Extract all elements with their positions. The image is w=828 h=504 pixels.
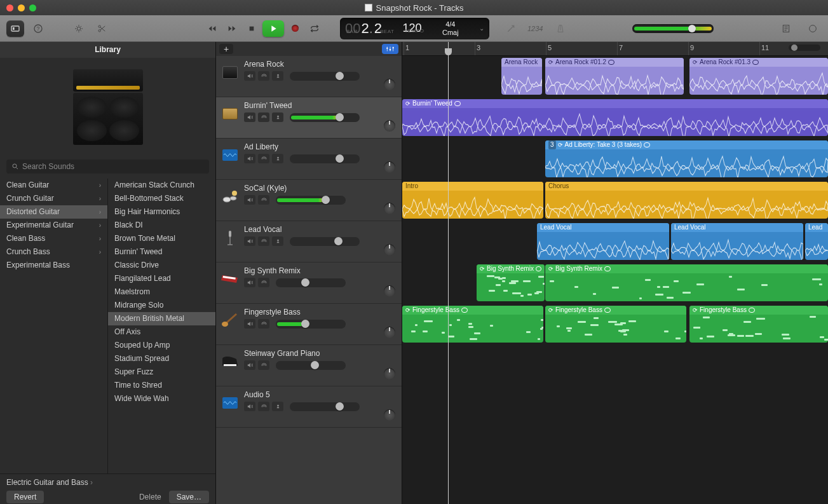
pan-knob[interactable] bbox=[384, 244, 395, 255]
tuner-button[interactable] bbox=[502, 20, 520, 37]
mute-button[interactable] bbox=[244, 360, 255, 370]
count-in[interactable]: 1234 bbox=[527, 25, 543, 32]
help-button[interactable]: ? bbox=[29, 20, 47, 37]
solo-button[interactable] bbox=[258, 319, 269, 329]
volume-slider[interactable] bbox=[290, 72, 360, 81]
library-categories[interactable]: Clean Guitar›Crunch Guitar›Distorted Gui… bbox=[0, 179, 108, 473]
solo-button[interactable] bbox=[258, 402, 269, 411]
solo-button[interactable] bbox=[258, 278, 269, 287]
volume-slider[interactable] bbox=[276, 278, 346, 287]
mute-button[interactable] bbox=[244, 278, 255, 287]
library-toggle[interactable] bbox=[6, 20, 24, 37]
region[interactable]: ⟳ Arena Rock #01.3 bbox=[689, 58, 828, 95]
play-button[interactable] bbox=[262, 20, 284, 37]
patch-item[interactable]: Off Axis bbox=[108, 325, 215, 339]
save-button[interactable]: Save… bbox=[169, 491, 209, 503]
settings-button[interactable] bbox=[70, 20, 88, 37]
patch-item[interactable]: Brown Tone Metal bbox=[108, 232, 215, 245]
library-path[interactable]: Electric Guitar and Bass › bbox=[0, 474, 215, 487]
track-header[interactable]: Steinway Grand Piano bbox=[216, 345, 402, 386]
category-experimental-bass[interactable]: Experimental Bass bbox=[0, 259, 107, 272]
pan-knob[interactable] bbox=[384, 120, 395, 132]
ruler[interactable]: 1357911 bbox=[402, 42, 828, 56]
region[interactable]: Chorus bbox=[545, 182, 828, 219]
close-button[interactable] bbox=[6, 4, 13, 11]
region-row[interactable]: ⟳ Burnin' Tweed bbox=[402, 97, 828, 139]
add-track-button[interactable]: + bbox=[219, 44, 233, 54]
input-button[interactable] bbox=[272, 71, 283, 81]
mute-button[interactable] bbox=[244, 236, 255, 246]
pan-knob[interactable] bbox=[384, 79, 395, 90]
patch-item[interactable]: Time to Shred bbox=[108, 379, 215, 392]
zoom-slider[interactable] bbox=[789, 44, 820, 51]
track-header[interactable]: Ad Liberty bbox=[216, 139, 402, 180]
solo-button[interactable] bbox=[258, 236, 269, 246]
revert-button[interactable]: Revert bbox=[6, 491, 44, 503]
volume-slider[interactable] bbox=[290, 402, 360, 411]
pan-knob[interactable] bbox=[384, 409, 395, 421]
track-header[interactable]: SoCal (Kyle) bbox=[216, 180, 402, 221]
rewind-button[interactable] bbox=[203, 21, 221, 36]
lcd-display[interactable]: 00 2 . 2 BAR BEAT 120 TEMPO 4/4 Cmaj ⌄ bbox=[340, 18, 489, 39]
pan-knob[interactable] bbox=[384, 203, 395, 214]
stop-button[interactable] bbox=[243, 21, 261, 36]
pan-knob[interactable] bbox=[384, 327, 395, 338]
category-experimental-guitar[interactable]: Experimental Guitar› bbox=[0, 219, 107, 232]
pan-knob[interactable] bbox=[384, 368, 395, 379]
pan-knob[interactable] bbox=[384, 285, 395, 297]
maximize-button[interactable] bbox=[29, 4, 36, 11]
solo-button[interactable] bbox=[258, 71, 269, 81]
pan-knob[interactable] bbox=[384, 161, 395, 173]
region-row[interactable]: Arena Rock⟳ Arena Rock #01.2 ⟳ Arena Roc… bbox=[402, 56, 828, 97]
mute-button[interactable] bbox=[244, 402, 255, 411]
region[interactable]: ⟳ Big Synth Remix bbox=[545, 264, 828, 301]
input-button[interactable] bbox=[272, 402, 283, 411]
cycle-button[interactable] bbox=[306, 21, 323, 36]
arrange-view[interactable]: 1357911 Arena Rock⟳ Arena Rock #01.2 ⟳ A… bbox=[402, 42, 828, 504]
playhead[interactable] bbox=[448, 42, 449, 504]
volume-slider[interactable] bbox=[290, 237, 360, 246]
category-clean-guitar[interactable]: Clean Guitar› bbox=[0, 179, 107, 192]
lcd-menu[interactable]: ⌄ bbox=[479, 25, 484, 32]
notepad-button[interactable] bbox=[777, 20, 795, 37]
region[interactable]: ⟳ Big Synth Remix bbox=[477, 264, 545, 301]
mute-button[interactable] bbox=[244, 71, 255, 81]
region-row[interactable]: IntroChorus bbox=[402, 180, 828, 221]
library-patches[interactable]: American Stack CrunchBell-Bottomed Stack… bbox=[108, 179, 215, 473]
input-button[interactable] bbox=[272, 236, 283, 246]
region[interactable]: ⟳ Fingerstyle Bass bbox=[545, 306, 686, 343]
mute-button[interactable] bbox=[244, 319, 255, 329]
patch-item[interactable]: Black DI bbox=[108, 219, 215, 232]
volume-slider[interactable] bbox=[276, 196, 346, 205]
region[interactable]: ⟳ Fingerstyle Bass bbox=[689, 306, 828, 343]
patch-item[interactable]: Classic Drive bbox=[108, 259, 215, 272]
region-row[interactable]: ⟳ Fingerstyle Bass ⟳ Fingerstyle Bass ⟳ … bbox=[402, 304, 828, 345]
region[interactable]: 3 ⟳ Ad Liberty: Take 3 (3 takes) bbox=[545, 140, 828, 177]
volume-slider[interactable] bbox=[290, 113, 360, 122]
patch-item[interactable]: Wide Wide Wah bbox=[108, 392, 215, 405]
region[interactable]: ⟳ Burnin' Tweed bbox=[402, 99, 828, 136]
loops-button[interactable] bbox=[804, 20, 822, 37]
global-tuning-button[interactable] bbox=[382, 44, 398, 54]
track-header[interactable]: Audio 5 bbox=[216, 386, 402, 428]
track-header[interactable]: Big Synth Remix bbox=[216, 262, 402, 304]
solo-button[interactable] bbox=[258, 154, 269, 163]
category-distorted-guitar[interactable]: Distorted Guitar› bbox=[0, 205, 107, 219]
minimize-button[interactable] bbox=[18, 4, 25, 11]
category-crunch-guitar[interactable]: Crunch Guitar› bbox=[0, 192, 107, 205]
patch-item[interactable]: Stadium Spread bbox=[108, 352, 215, 365]
track-header[interactable]: Burnin' Tweed bbox=[216, 97, 402, 139]
delete-button[interactable]: Delete bbox=[132, 491, 169, 503]
category-clean-bass[interactable]: Clean Bass› bbox=[0, 232, 107, 245]
mute-button[interactable] bbox=[244, 195, 255, 205]
patch-item[interactable]: Bell-Bottomed Stack bbox=[108, 192, 215, 205]
patch-item[interactable]: Big Hair Harmonics bbox=[108, 205, 215, 219]
solo-button[interactable] bbox=[258, 195, 269, 205]
patch-item[interactable]: Super Fuzz bbox=[108, 365, 215, 379]
patch-item[interactable]: Burnin' Tweed bbox=[108, 245, 215, 259]
region-row[interactable]: ⟳ Big Synth Remix ⟳ Big Synth Remix bbox=[402, 262, 828, 304]
region-row[interactable]: 3 ⟳ Ad Liberty: Take 3 (3 takes) bbox=[402, 139, 828, 180]
solo-button[interactable] bbox=[258, 360, 269, 370]
category-crunch-bass[interactable]: Crunch Bass› bbox=[0, 245, 107, 259]
track-header[interactable]: Fingerstyle Bass bbox=[216, 304, 402, 345]
